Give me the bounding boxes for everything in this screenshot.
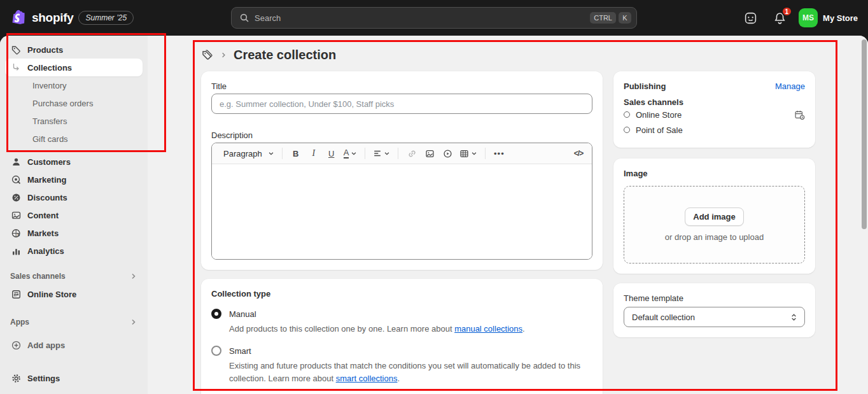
topbar: shopify Summer ’25 Search CTRL K xyxy=(0,0,868,36)
shopify-logo-icon xyxy=(11,9,28,27)
radio-option-manual[interactable]: Manual xyxy=(211,309,592,319)
insert-video-button[interactable] xyxy=(439,145,456,162)
text-color-dropdown[interactable]: A xyxy=(341,145,360,162)
sidebar-item-content[interactable]: Content xyxy=(5,206,143,224)
sidebar-item-analytics[interactable]: Analytics xyxy=(5,242,143,260)
sidebar-item-gift-cards[interactable]: Gift cards xyxy=(5,130,143,148)
link-button[interactable] xyxy=(403,145,420,162)
theme-template-select[interactable]: Default collection xyxy=(624,307,805,327)
tag-icon xyxy=(10,45,22,55)
person-icon xyxy=(10,157,22,167)
image-heading: Image xyxy=(624,169,805,178)
bold-button[interactable]: B xyxy=(288,145,304,162)
radio-option-smart[interactable]: Smart xyxy=(211,346,592,356)
description-text: . xyxy=(522,324,525,334)
sidebar-item-online-store[interactable]: Online Store xyxy=(5,285,143,303)
gear-icon xyxy=(10,373,22,384)
theme-template-heading: Theme template xyxy=(624,293,805,303)
align-left-icon xyxy=(373,149,382,158)
title-description-card: Title Description Paragraph B I U xyxy=(201,71,603,270)
shopify-brand[interactable]: shopify Summer ’25 xyxy=(0,9,134,27)
scrollbar[interactable] xyxy=(862,39,867,229)
account-menu[interactable]: MS My Store xyxy=(799,8,858,27)
sidebar-section-apps[interactable]: Apps xyxy=(5,313,143,331)
video-icon xyxy=(443,149,452,158)
editor-toolbar: Paragraph B I U A xyxy=(212,143,592,164)
channel-bullet-icon xyxy=(624,111,630,118)
version-badge: Summer ’25 xyxy=(78,11,134,25)
sidebar-item-label: Online Store xyxy=(27,290,76,299)
shopify-wordmark: shopify xyxy=(32,11,73,25)
tree-arrow-icon xyxy=(10,63,22,72)
toolbar-divider xyxy=(485,148,486,159)
sidebar-nav: Products Collections Inventory Purchase … xyxy=(0,36,148,394)
radio-unselected-icon[interactable] xyxy=(211,346,221,356)
collection-type-heading: Collection type xyxy=(211,289,592,299)
show-html-button[interactable]: </> xyxy=(570,145,587,162)
global-search-input[interactable]: Search CTRL K xyxy=(231,7,637,29)
add-image-button[interactable]: Add image xyxy=(685,208,743,226)
italic-button[interactable]: I xyxy=(305,145,322,162)
sidebar-item-purchase-orders[interactable]: Purchase orders xyxy=(5,94,143,112)
chevron-right-icon xyxy=(130,272,137,280)
circle-plus-icon xyxy=(10,340,22,351)
sidebar-section-sales-channels[interactable]: Sales channels xyxy=(5,267,143,285)
paragraph-style-dropdown[interactable]: Paragraph xyxy=(217,145,277,162)
storefront-icon xyxy=(10,289,22,300)
title-input[interactable] xyxy=(211,94,592,114)
marketing-icon xyxy=(10,174,22,185)
manual-collections-link[interactable]: manual collections xyxy=(454,324,522,334)
sidebar-item-label: Customers xyxy=(27,157,71,167)
sidebar-item-add-apps[interactable]: Add apps xyxy=(5,336,143,354)
chevron-down-icon xyxy=(268,150,274,157)
smart-description: Existing and future products that match … xyxy=(229,360,585,385)
drop-hint-text: or drop an image to upload xyxy=(665,232,764,242)
sidebar-item-discounts[interactable]: Discounts xyxy=(5,188,143,206)
channel-row-point-of-sale: Point of Sale xyxy=(624,122,805,137)
description-textarea[interactable] xyxy=(212,164,592,259)
discount-icon xyxy=(10,192,22,203)
manage-link[interactable]: Manage xyxy=(775,81,805,91)
left-column: Title Description Paragraph B I U xyxy=(201,71,603,394)
selected-theme-template: Default collection xyxy=(632,313,695,322)
content-icon xyxy=(10,210,22,221)
chevron-down-icon xyxy=(471,150,477,157)
store-name: My Store xyxy=(823,13,858,23)
underline-button[interactable]: U xyxy=(323,145,340,162)
sidebar-item-markets[interactable]: $ Markets xyxy=(5,224,143,242)
notifications-button[interactable]: 1 xyxy=(769,8,790,28)
sidebar-item-products[interactable]: Products xyxy=(5,41,143,59)
collections-tag-icon xyxy=(201,48,214,61)
inbox-button[interactable] xyxy=(740,8,760,28)
breadcrumb-chevron-icon xyxy=(220,52,227,59)
toolbar-divider xyxy=(282,148,283,159)
table-dropdown[interactable] xyxy=(457,145,480,162)
smart-collections-link[interactable]: smart collections xyxy=(336,374,398,383)
toolbar-divider xyxy=(398,148,398,159)
image-dropzone[interactable]: Add image or drop an image to upload xyxy=(624,186,805,264)
sidebar-item-transfers[interactable]: Transfers xyxy=(5,112,143,130)
schedule-calendar-icon[interactable] xyxy=(794,109,805,120)
alignment-dropdown[interactable] xyxy=(370,145,393,162)
sidebar-item-label: Discounts xyxy=(27,193,67,202)
chevron-down-icon xyxy=(384,150,390,157)
sidebar-item-label: Analytics xyxy=(27,246,64,256)
sidebar-item-inventory[interactable]: Inventory xyxy=(5,76,143,94)
workspace: Products Collections Inventory Purchase … xyxy=(0,36,868,394)
sidebar-item-label: Transfers xyxy=(32,116,67,126)
sidebar-item-collections[interactable]: Collections xyxy=(5,59,143,76)
radio-selected-icon[interactable] xyxy=(211,309,221,319)
page-header: Create collection xyxy=(201,45,336,65)
right-column: Publishing Manage Sales channels Online … xyxy=(613,71,815,394)
publishing-card: Publishing Manage Sales channels Online … xyxy=(613,71,815,148)
description-label: Description xyxy=(211,130,592,140)
toolbar-divider xyxy=(365,148,365,159)
channel-row-online-store: Online Store xyxy=(624,107,805,122)
sidebar-item-settings[interactable]: Settings xyxy=(5,369,143,387)
insert-image-button[interactable] xyxy=(421,145,438,162)
more-options-button[interactable]: ••• xyxy=(491,145,507,162)
sidebar-item-customers[interactable]: Customers xyxy=(5,153,143,171)
sidebar-item-marketing[interactable]: Marketing xyxy=(5,171,143,188)
sidebar-item-label: Inventory xyxy=(32,81,66,90)
image-icon xyxy=(425,149,435,158)
